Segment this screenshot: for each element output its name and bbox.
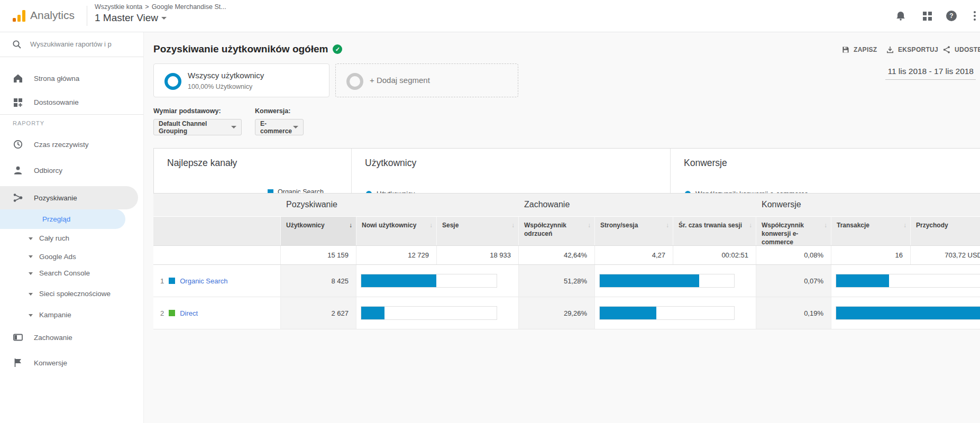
column-header-new-users[interactable]: Nowi użytkownicy↓	[356, 216, 437, 245]
sidebar-item-conversions[interactable]: Konwersje	[0, 350, 143, 375]
apps-grid-icon	[923, 12, 932, 21]
conversions-bar	[836, 307, 980, 319]
users-value: 2 627	[281, 297, 356, 329]
help-button[interactable]: ?	[945, 9, 958, 23]
sidebar-item-campaigns[interactable]: Kampanie	[0, 307, 143, 324]
channel-link[interactable]: Direct	[180, 309, 198, 317]
column-header-transactions[interactable]: Transakcje↓	[831, 216, 911, 245]
sidebar-item-label: Pozyskiwanie	[34, 194, 77, 202]
triangle-down-icon	[29, 314, 33, 317]
page-title: Pozyskiwanie użytkowników ogółem ✓	[153, 43, 342, 55]
search-input[interactable]: Wyszukiwanie raportów i p	[0, 32, 143, 57]
segment-donut-icon	[164, 73, 181, 90]
save-button[interactable]: ZAPISZ	[841, 45, 877, 54]
behavior-bar	[600, 274, 699, 287]
sidebar-item-social[interactable]: Sieci społecznościowe	[0, 281, 143, 307]
column-header-pages-session[interactable]: Strony/sesja↓	[595, 216, 673, 245]
triangle-down-icon	[29, 293, 33, 296]
bell-icon	[895, 11, 906, 21]
users-bar-cell	[356, 265, 519, 297]
app-name: Analytics	[30, 9, 75, 22]
table-row: 1 Organic Search 8 425 51,28% 0,07%	[153, 265, 980, 297]
chevron-down-icon	[231, 126, 236, 128]
sidebar-item-home[interactable]: Strona główna	[0, 66, 143, 90]
sidebar-item-google-ads[interactable]: Google Ads	[0, 248, 143, 265]
channel-link[interactable]: Organic Search	[180, 277, 227, 285]
total-new-users: 12 729	[356, 246, 437, 264]
table-row: 2 Direct 2 627 29,26% 0,19%	[153, 297, 980, 329]
conversion-select[interactable]: E-commerce	[255, 119, 304, 135]
channel-cell: 1 Organic Search	[153, 265, 281, 297]
conversions-bar-cell	[831, 265, 980, 297]
total-users: 15 159	[281, 246, 356, 264]
date-range-selector[interactable]: 11 lis 2018 - 17 lis 2018	[885, 67, 976, 80]
column-header-users[interactable]: Użytkownicy↓	[281, 216, 356, 245]
flag-icon	[13, 357, 23, 368]
view-name: 1 Master View	[95, 12, 158, 24]
triangle-down-icon	[29, 255, 33, 258]
totals-spacer	[153, 246, 281, 264]
sort-icon: ↓	[666, 221, 669, 229]
sidebar-item-label: Cały ruch	[39, 234, 118, 243]
add-segment-label: + Dodaj segment	[370, 76, 430, 85]
sidebar-item-search-console[interactable]: Search Console	[0, 265, 143, 281]
column-header-sessions[interactable]: Sesje↓	[437, 216, 519, 245]
primary-dimension-select[interactable]: Default Channel Grouping	[153, 119, 242, 135]
apps-grid-button[interactable]	[920, 9, 934, 23]
conversion-rate-value: 0,19%	[756, 297, 831, 329]
total-revenue: 703,72 USD	[911, 246, 980, 264]
sidebar-item-realtime[interactable]: Czas rzeczywisty	[0, 132, 143, 157]
segment-all-users[interactable]: Wszyscy użytkownicy 100,00% Użytkownicy	[153, 63, 329, 97]
breadcrumb: Wszystkie konta > Google Merchandise St.…	[95, 3, 226, 24]
behavior-bar-cell	[595, 265, 756, 297]
table-column-header: Użytkownicy↓ Nowi użytkownicy↓ Sesje↓ Ws…	[153, 216, 980, 245]
share-button[interactable]: UDOSTĘPNIJ	[942, 45, 980, 54]
column-header-avg-duration[interactable]: Śr. czas trwania sesji↓	[673, 216, 756, 245]
segment-subtitle: 100,00% Użytkownicy	[188, 83, 252, 90]
total-transactions: 16	[831, 246, 911, 264]
export-button[interactable]: EKSPORTUJ	[886, 45, 938, 54]
sort-icon: ↓	[588, 221, 591, 229]
sort-icon: ↓	[903, 221, 906, 229]
sidebar-section-reports: RAPORTY	[0, 114, 143, 132]
column-header-bounce-rate[interactable]: Współczynnik odrzuceń↓	[519, 216, 595, 245]
channel-column-header	[153, 216, 281, 245]
sidebar-item-overview-active[interactable]: Przegląd	[0, 209, 125, 229]
customization-icon	[13, 97, 23, 108]
breadcrumb-accounts[interactable]: Wszystkie konta	[95, 3, 142, 11]
sidebar-item-all-traffic[interactable]: Cały ruch	[0, 229, 143, 248]
segment-title: Wszyscy użytkownicy	[188, 71, 264, 80]
conversions-chart-title: Konwersje	[684, 158, 727, 169]
notifications-button[interactable]	[894, 9, 908, 23]
total-avg-duration: 00:02:51	[673, 246, 756, 264]
view-selector[interactable]: 1 Master View	[95, 12, 226, 24]
overflow-menu-button[interactable]	[968, 9, 980, 23]
breadcrumb-property[interactable]: Google Merchandise St...	[152, 3, 226, 11]
sidebar-item-label: Zachowanie	[34, 334, 72, 342]
users-value: 8 425	[281, 265, 356, 297]
conversion-value: E-commerce	[260, 120, 293, 135]
sidebar-item-audience[interactable]: Odbiorcy	[0, 157, 143, 183]
sidebar-item-label: Strona główna	[34, 75, 79, 82]
download-icon	[886, 45, 894, 54]
share-icon	[942, 45, 951, 54]
row-rank: 2	[160, 309, 164, 317]
behavior-icon	[13, 332, 23, 343]
add-segment-button[interactable]: + Dodaj segment	[335, 63, 518, 97]
column-header-conversion-rate[interactable]: Współczynnik konwersji e-commerce↓	[756, 216, 831, 245]
sidebar-item-acquisition[interactable]: Pozyskiwanie	[0, 186, 138, 209]
conversion-label: Konwersja:	[255, 107, 290, 115]
sidebar-item-label: Sieci społecznościowe	[39, 289, 118, 299]
conversion-rate-value: 0,07%	[756, 265, 831, 297]
group-acquisition: Pozyskiwanie	[286, 200, 337, 209]
total-sessions: 18 933	[437, 246, 519, 264]
behavior-bar-cell	[595, 297, 756, 329]
sidebar-item-behavior[interactable]: Zachowanie	[0, 325, 143, 350]
group-behavior: Zachowanie	[524, 200, 570, 209]
group-conversions: Konwersje	[762, 200, 801, 209]
sidebar-item-customization[interactable]: Dostosowanie	[0, 90, 143, 114]
header-divider	[87, 6, 87, 26]
column-header-revenue[interactable]: Przychody↓	[911, 216, 980, 245]
save-icon	[841, 45, 850, 54]
triangle-down-icon	[29, 237, 33, 240]
